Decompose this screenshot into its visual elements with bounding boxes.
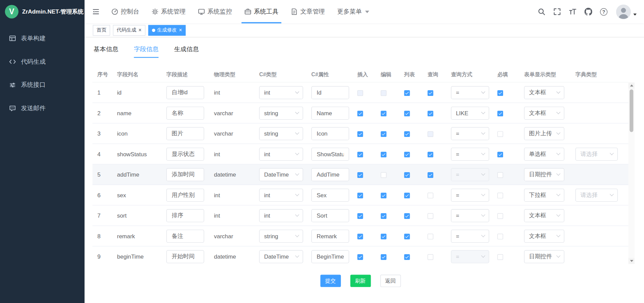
csharp-type-select[interactable]: string xyxy=(259,229,303,243)
csharp-type-select[interactable]: string xyxy=(259,106,303,120)
insert-checkbox[interactable] xyxy=(357,254,363,260)
nav-item[interactable]: 系统监控 xyxy=(192,0,238,23)
csharp-property-input[interactable] xyxy=(311,168,349,181)
insert-checkbox[interactable] xyxy=(357,193,363,198)
edit-checkbox[interactable] xyxy=(381,90,387,96)
required-checkbox[interactable] xyxy=(497,193,503,198)
content-tab[interactable]: 生成信息 xyxy=(174,45,199,58)
field-description-input[interactable] xyxy=(166,106,204,120)
list-checkbox[interactable] xyxy=(404,172,410,178)
nav-item[interactable]: 系统工具 xyxy=(238,0,285,23)
field-description-input[interactable] xyxy=(166,188,204,202)
list-checkbox[interactable] xyxy=(404,90,410,96)
content-tab[interactable]: 基本信息 xyxy=(94,45,118,58)
csharp-property-input[interactable] xyxy=(311,127,349,140)
content-tab[interactable]: 字段信息 xyxy=(134,45,159,58)
view-tag[interactable]: 首页 xyxy=(93,25,110,35)
list-checkbox[interactable] xyxy=(404,131,410,137)
csharp-property-input[interactable] xyxy=(311,188,349,202)
edit-checkbox[interactable] xyxy=(381,213,387,219)
query-mode-select[interactable]: = xyxy=(451,229,489,243)
required-checkbox[interactable] xyxy=(497,110,503,116)
csharp-type-select[interactable]: DateTime xyxy=(259,250,303,263)
csharp-type-select[interactable]: DateTime xyxy=(259,168,303,181)
csharp-property-input[interactable] xyxy=(311,229,349,243)
list-checkbox[interactable] xyxy=(404,193,410,198)
font-size-icon[interactable] xyxy=(569,8,577,16)
insert-checkbox[interactable] xyxy=(357,131,363,137)
display-type-select[interactable]: 图片上传 xyxy=(524,127,565,140)
required-checkbox[interactable] xyxy=(497,254,503,260)
view-tag[interactable]: 代码生成 × xyxy=(113,25,145,35)
edit-checkbox[interactable] xyxy=(381,152,387,157)
csharp-property-input[interactable] xyxy=(311,106,349,120)
nav-item[interactable]: 控制台 xyxy=(105,0,146,23)
query-checkbox[interactable] xyxy=(427,90,433,96)
help-icon[interactable]: ? xyxy=(600,8,608,16)
edit-checkbox[interactable] xyxy=(381,254,387,260)
csharp-property-input[interactable] xyxy=(311,147,349,161)
insert-checkbox[interactable] xyxy=(357,213,363,219)
close-icon[interactable]: × xyxy=(139,27,142,33)
back-button[interactable]: 返回 xyxy=(380,275,401,287)
edit-checkbox[interactable] xyxy=(381,172,387,178)
edit-checkbox[interactable] xyxy=(381,193,387,198)
query-mode-select[interactable]: = xyxy=(451,86,489,99)
csharp-type-select[interactable]: int xyxy=(259,188,303,202)
list-checkbox[interactable] xyxy=(404,254,410,260)
query-checkbox[interactable] xyxy=(427,234,433,239)
display-type-select[interactable]: 文本框 xyxy=(524,106,565,120)
display-type-select[interactable]: 下拉框 xyxy=(524,188,565,202)
query-checkbox[interactable] xyxy=(427,254,433,260)
required-checkbox[interactable] xyxy=(497,131,503,137)
query-mode-select[interactable]: LIKE xyxy=(451,106,489,120)
field-description-input[interactable] xyxy=(166,147,204,161)
field-description-input[interactable] xyxy=(166,229,204,243)
list-checkbox[interactable] xyxy=(404,234,410,239)
hamburger-button[interactable] xyxy=(85,0,105,23)
query-checkbox[interactable] xyxy=(427,213,433,219)
query-mode-select[interactable]: = xyxy=(451,250,489,263)
csharp-property-input[interactable] xyxy=(311,250,349,263)
view-tag[interactable]: 生成修改 × xyxy=(148,25,186,35)
field-description-input[interactable] xyxy=(166,86,204,99)
query-checkbox[interactable] xyxy=(427,193,433,198)
field-description-input[interactable] xyxy=(166,250,204,263)
scroll-down-button[interactable] xyxy=(628,258,634,264)
dict-type-select[interactable]: 请选择 xyxy=(575,147,618,161)
insert-checkbox[interactable] xyxy=(357,172,363,178)
query-checkbox[interactable] xyxy=(427,131,433,137)
csharp-type-select[interactable]: int xyxy=(259,86,303,99)
sidebar-item[interactable]: 代码生成 xyxy=(0,50,85,74)
insert-checkbox[interactable] xyxy=(357,234,363,239)
query-mode-select[interactable]: = xyxy=(451,188,489,202)
scroll-up-button[interactable] xyxy=(628,82,634,88)
sidebar-item[interactable]: 发送邮件 xyxy=(0,97,85,120)
required-checkbox[interactable] xyxy=(497,152,503,157)
field-description-input[interactable] xyxy=(166,168,204,181)
csharp-property-input[interactable] xyxy=(311,86,349,99)
close-icon[interactable]: × xyxy=(179,27,182,33)
csharp-type-select[interactable]: string xyxy=(259,127,303,140)
submit-button[interactable]: 提交 xyxy=(320,275,341,287)
nav-item[interactable]: 系统管理 xyxy=(145,0,192,23)
refresh-button[interactable]: 刷新 xyxy=(350,275,370,287)
display-type-select[interactable]: 文本框 xyxy=(524,86,565,99)
edit-checkbox[interactable] xyxy=(381,110,387,116)
display-type-select[interactable]: 日期控件 xyxy=(524,168,565,181)
nav-item[interactable]: 文章管理 xyxy=(284,0,331,23)
table-scrollbar[interactable] xyxy=(628,82,634,264)
query-mode-select[interactable]: = xyxy=(451,147,489,161)
csharp-type-select[interactable]: int xyxy=(259,209,303,222)
display-type-select[interactable]: 文本框 xyxy=(524,209,565,222)
insert-checkbox[interactable] xyxy=(357,152,363,157)
csharp-type-select[interactable]: int xyxy=(259,147,303,161)
list-checkbox[interactable] xyxy=(404,213,410,219)
list-checkbox[interactable] xyxy=(404,152,410,157)
query-checkbox[interactable] xyxy=(427,110,433,116)
edit-checkbox[interactable] xyxy=(381,131,387,137)
nav-item[interactable]: 更多菜单 xyxy=(331,0,375,23)
user-avatar-menu[interactable] xyxy=(616,4,637,19)
required-checkbox[interactable] xyxy=(497,213,503,219)
scrollbar-thumb[interactable] xyxy=(630,89,633,132)
